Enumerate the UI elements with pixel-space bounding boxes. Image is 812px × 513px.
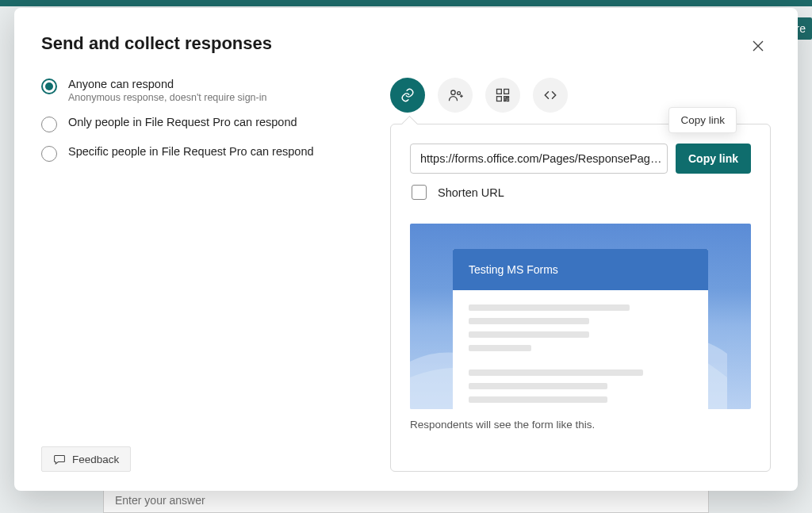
skeleton-line	[469, 345, 531, 351]
skeleton-line	[469, 369, 643, 376]
radio-text: Only people in File Request Pro can resp…	[68, 116, 297, 132]
audience-radio-group: Anyone can respond Anonymous response, d…	[41, 78, 358, 162]
radio-indicator	[41, 146, 57, 162]
svg-rect-2	[497, 90, 502, 94]
audience-option-label: Only people in File Request Pro can resp…	[68, 116, 297, 128]
svg-point-1	[458, 92, 461, 95]
link-icon	[400, 87, 416, 103]
share-column: Copy link https://forms.office.com/Pages…	[390, 78, 771, 472]
close-icon	[752, 40, 764, 52]
form-preview-caption: Respondents will see the form like this.	[410, 419, 751, 431]
share-tab-embed[interactable]	[533, 78, 568, 113]
bg-answer-input: Enter your answer	[103, 488, 709, 513]
skeleton-line	[469, 383, 607, 389]
svg-rect-6	[507, 99, 509, 101]
share-tab-link[interactable]	[390, 78, 425, 113]
feedback-label: Feedback	[72, 454, 119, 465]
form-preview-card: Testing MS Forms	[453, 249, 708, 409]
bg-answer-placeholder: Enter your answer	[115, 494, 205, 507]
shorten-url-label: Shorten URL	[438, 186, 504, 199]
shorten-url-checkbox[interactable]	[412, 185, 427, 200]
form-preview: Testing MS Forms	[410, 224, 751, 431]
send-collect-modal: Send and collect responses Anyone can re…	[14, 8, 798, 491]
audience-option-anyone[interactable]: Anyone can respond Anonymous response, d…	[41, 78, 358, 103]
radio-indicator	[41, 78, 57, 94]
form-preview-body	[453, 290, 708, 409]
share-tab-invite[interactable]	[438, 78, 473, 113]
svg-rect-3	[504, 90, 509, 94]
radio-text: Anyone can respond Anonymous response, d…	[68, 78, 266, 103]
embed-icon	[542, 87, 558, 103]
skeleton-line	[469, 304, 630, 311]
audience-column: Anyone can respond Anonymous response, d…	[41, 78, 358, 472]
url-row: https://forms.office.com/Pages/ResponseP…	[410, 144, 751, 174]
feedback-row: Feedback	[41, 446, 358, 472]
audience-option-desc: Anonymous response, doesn't require sign…	[68, 92, 266, 103]
form-preview-canvas: Testing MS Forms	[410, 224, 751, 409]
qr-icon	[495, 87, 511, 103]
modal-title: Send and collect responses	[41, 33, 272, 54]
audience-option-specific[interactable]: Specific people in File Request Pro can …	[41, 145, 358, 162]
close-button[interactable]	[745, 33, 771, 59]
chat-bubble-icon	[53, 453, 66, 465]
copy-link-button[interactable]: Copy link	[676, 144, 751, 174]
radio-text: Specific people in File Request Pro can …	[68, 145, 314, 162]
modal-header: Send and collect responses	[41, 33, 771, 59]
skeleton-line	[469, 396, 607, 403]
svg-rect-4	[497, 97, 502, 101]
svg-point-0	[451, 90, 455, 94]
feedback-button[interactable]: Feedback	[41, 446, 131, 472]
svg-rect-8	[504, 100, 506, 101]
app-topbar-bg	[0, 0, 812, 6]
invite-icon	[447, 87, 463, 103]
share-tab-qr[interactable]	[485, 78, 520, 113]
audience-option-label: Anyone can respond	[68, 78, 266, 90]
form-preview-title: Testing MS Forms	[453, 249, 708, 290]
modal-body: Anyone can respond Anonymous response, d…	[41, 78, 771, 472]
shorten-url-row: Shorten URL	[412, 185, 751, 200]
svg-rect-7	[507, 97, 509, 98]
skeleton-line	[469, 318, 589, 324]
audience-option-org[interactable]: Only people in File Request Pro can resp…	[41, 116, 358, 132]
audience-option-label: Specific people in File Request Pro can …	[68, 145, 314, 158]
share-url-input[interactable]: https://forms.office.com/Pages/ResponseP…	[410, 144, 668, 174]
skeleton-line	[469, 331, 589, 338]
radio-indicator	[41, 117, 57, 132]
copy-link-tooltip: Copy link	[668, 107, 737, 133]
share-link-panel: Copy link https://forms.office.com/Pages…	[390, 124, 771, 472]
svg-rect-5	[504, 97, 507, 99]
